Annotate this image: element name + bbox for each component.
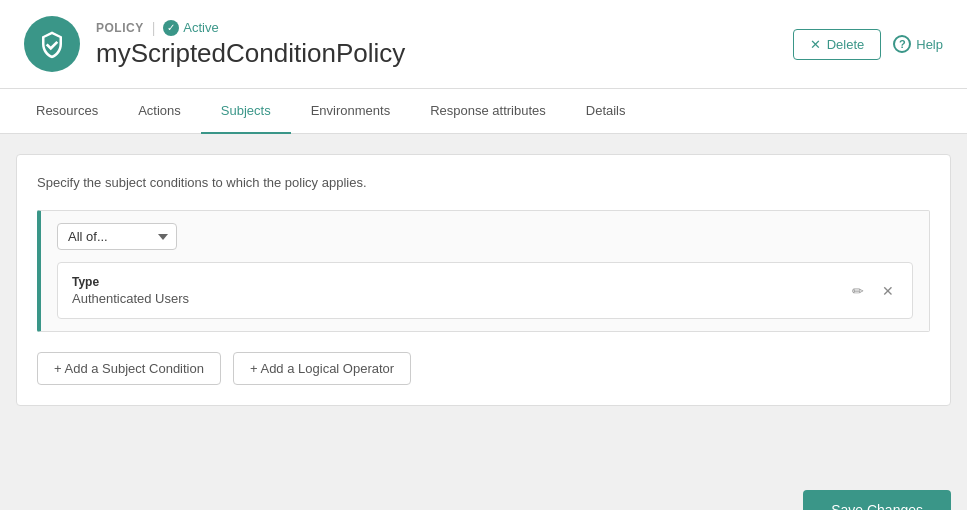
item-actions: ✏ ✕ — [848, 281, 898, 301]
help-icon: ? — [893, 35, 911, 53]
check-icon: ✓ — [163, 20, 179, 36]
add-logical-operator-label: + Add a Logical Operator — [250, 361, 394, 376]
help-button[interactable]: ? Help — [893, 35, 943, 53]
subject-condition-item: Type Authenticated Users ✏ ✕ — [57, 262, 913, 319]
footer-row: Save Changes — [0, 474, 967, 510]
description-text: Specify the subject conditions to which … — [37, 175, 930, 190]
tab-response-attributes[interactable]: Response attributes — [410, 89, 566, 134]
add-logical-operator-button[interactable]: + Add a Logical Operator — [233, 352, 411, 385]
tab-details[interactable]: Details — [566, 89, 646, 134]
page-title: myScriptedConditionPolicy — [96, 38, 405, 69]
header-left: POLICY | ✓ Active myScriptedConditionPol… — [24, 16, 405, 72]
tab-environments[interactable]: Environments — [291, 89, 410, 134]
add-subject-condition-button[interactable]: + Add a Subject Condition — [37, 352, 221, 385]
delete-x-icon: ✕ — [810, 37, 821, 52]
delete-button[interactable]: ✕ Delete — [793, 29, 882, 60]
active-badge: ✓ Active — [163, 20, 218, 36]
action-buttons-row: + Add a Subject Condition + Add a Logica… — [37, 352, 930, 385]
policy-label-row: POLICY | ✓ Active — [96, 20, 405, 36]
save-label: Save Changes — [831, 502, 923, 510]
condition-box: All of... Any of... Type Authenticated U… — [37, 210, 930, 332]
tabs-bar: Resources Actions Subjects Environments … — [0, 89, 967, 134]
status-text: Active — [183, 20, 218, 35]
main-content: Specify the subject conditions to which … — [0, 134, 967, 474]
type-value: Authenticated Users — [72, 291, 189, 306]
title-block: POLICY | ✓ Active myScriptedConditionPol… — [96, 20, 405, 69]
policy-label: POLICY — [96, 21, 144, 35]
content-card: Specify the subject conditions to which … — [16, 154, 951, 406]
edit-condition-button[interactable]: ✏ — [848, 281, 868, 301]
remove-condition-button[interactable]: ✕ — [878, 281, 898, 301]
divider: | — [152, 20, 156, 36]
tab-subjects[interactable]: Subjects — [201, 89, 291, 134]
policy-icon — [24, 16, 80, 72]
operator-row: All of... Any of... — [57, 223, 913, 250]
tab-actions[interactable]: Actions — [118, 89, 201, 134]
save-changes-button[interactable]: Save Changes — [803, 490, 951, 510]
type-label: Type — [72, 275, 189, 289]
type-block: Type Authenticated Users — [72, 275, 189, 306]
header-actions: ✕ Delete ? Help — [793, 29, 943, 60]
operator-select[interactable]: All of... Any of... — [57, 223, 177, 250]
tab-resources[interactable]: Resources — [16, 89, 118, 134]
page-header: POLICY | ✓ Active myScriptedConditionPol… — [0, 0, 967, 89]
add-subject-condition-label: + Add a Subject Condition — [54, 361, 204, 376]
delete-label: Delete — [827, 37, 865, 52]
help-label: Help — [916, 37, 943, 52]
